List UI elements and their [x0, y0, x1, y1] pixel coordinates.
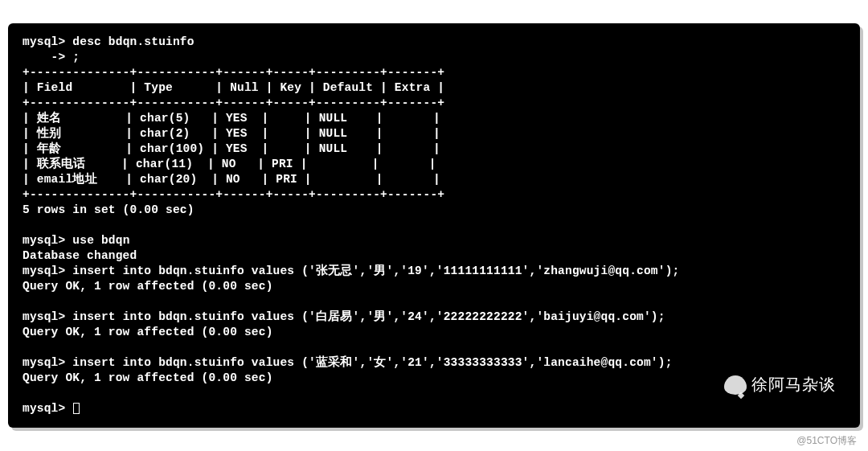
watermark-name: 徐阿马杂谈 [751, 374, 836, 396]
prompt: mysql> [23, 310, 65, 323]
table-border: +--------------+-----------+------+-----… [23, 188, 444, 201]
table-row: | email地址 | char(20) | NO | PRI | | | [23, 173, 440, 186]
query-ok: Query OK, 1 row affected (0.00 sec) [23, 371, 273, 384]
table-border: +--------------+-----------+------+-----… [23, 96, 444, 109]
table-border: +--------------+-----------+------+-----… [23, 66, 444, 79]
cont-prompt: -> [23, 51, 72, 64]
table-row: | 联系电话 | char(11) | NO | PRI | | | [23, 158, 436, 170]
table-row: | 姓名 | char(5) | YES | | NULL | | [23, 112, 440, 125]
prompt: mysql> [23, 264, 65, 277]
table-row: | 性别 | char(2) | YES | | NULL | | [23, 127, 440, 140]
terminal-window: mysql> desc bdqn.stuinfo -> ; +---------… [8, 23, 860, 428]
cmd-insert: insert into bdqn.stuinfo values ('白居易','… [72, 310, 665, 323]
cmd-desc: desc bdqn.stuinfo [72, 35, 194, 48]
rows-in-set: 5 rows in set (0.00 sec) [23, 203, 194, 216]
query-ok: Query OK, 1 row affected (0.00 sec) [23, 326, 273, 338]
table-row: | 年龄 | char(100) | YES | | NULL | | [23, 142, 440, 155]
terminal-output[interactable]: mysql> desc bdqn.stuinfo -> ; +---------… [23, 35, 845, 416]
prompt: mysql> [23, 35, 65, 48]
cmd-cont: ; [72, 51, 80, 64]
query-ok: Query OK, 1 row affected (0.00 sec) [23, 280, 273, 293]
prompt: mysql> [23, 402, 65, 415]
cursor-icon[interactable] [73, 403, 80, 414]
prompt: mysql> [23, 234, 65, 247]
db-changed: Database changed [23, 249, 137, 262]
watermark-footer: @51CTO博客 [796, 434, 857, 448]
wechat-icon [724, 375, 747, 395]
watermark-wechat: 徐阿马杂谈 [724, 374, 836, 396]
table-header: | Field | Type | Null | Key | Default | … [23, 81, 444, 94]
prompt: mysql> [23, 356, 65, 369]
cmd-insert: insert into bdqn.stuinfo values ('张无忌','… [72, 264, 679, 277]
cmd-use: use bdqn [72, 234, 129, 247]
cmd-insert: insert into bdqn.stuinfo values ('蓝采和','… [72, 356, 672, 369]
